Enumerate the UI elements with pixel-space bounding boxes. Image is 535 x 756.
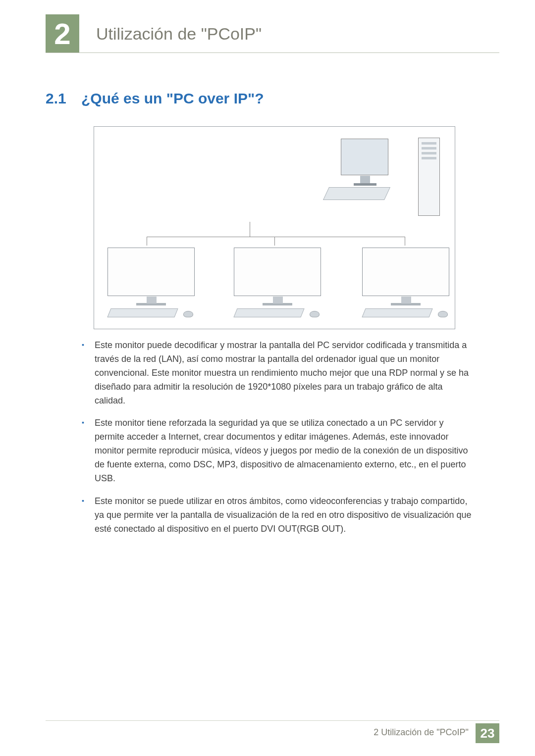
- server-tower-icon: [418, 138, 440, 216]
- client-terminal-icon: [230, 248, 324, 319]
- section-title: ¿Qué es un "PC over IP"?: [81, 90, 264, 107]
- client-mouse-icon: [183, 311, 193, 317]
- client-mouse-icon: [310, 311, 320, 317]
- client-mouse-icon: [438, 311, 448, 317]
- client-monitor-icon: [107, 248, 195, 296]
- network-line-icon: [274, 237, 275, 246]
- client-terminal-icon: [359, 248, 453, 319]
- server-keyboard-icon: [323, 187, 390, 200]
- network-line-icon: [405, 237, 405, 246]
- server-monitor-icon: [341, 139, 388, 175]
- chapter-title: Utilización de "PCoIP": [96, 24, 262, 44]
- client-terminal-icon: [104, 248, 198, 319]
- network-line-icon: [147, 237, 147, 246]
- footer-chapter-label: 2 Utilización de "PCoIP": [374, 723, 476, 743]
- network-line-icon: [147, 237, 405, 237]
- client-keyboard-icon: [107, 308, 178, 317]
- section-body: Este monitor puede decodificar y mostrar…: [82, 339, 473, 545]
- chapter-header: 2 Utilización de "PCoIP": [46, 14, 499, 53]
- list-item: Este monitor puede decodificar y mostrar…: [82, 339, 473, 407]
- chapter-number-badge: 2: [46, 14, 79, 53]
- footer-divider: [46, 720, 499, 721]
- section-heading: 2.1 ¿Qué es un "PC over IP"?: [46, 90, 264, 107]
- client-keyboard-icon: [362, 308, 432, 317]
- page-number: 23: [481, 726, 495, 741]
- pcoip-topology-diagram: [94, 126, 455, 329]
- list-item: Este monitor tiene reforzada la segurida…: [82, 416, 473, 485]
- client-monitor-icon: [234, 248, 321, 296]
- page-number-badge: 23: [476, 723, 499, 743]
- list-item: Este monitor se puede utilizar en otros …: [82, 495, 473, 536]
- page-footer: 2 Utilización de "PCoIP" 23: [46, 720, 499, 740]
- header-underline: [46, 52, 499, 53]
- network-line-icon: [250, 222, 250, 237]
- server-pc-icon: [341, 138, 440, 222]
- server-monitor-stand-icon: [354, 183, 376, 186]
- client-monitor-icon: [362, 248, 449, 296]
- section-number: 2.1: [46, 90, 81, 107]
- chapter-number: 2: [54, 17, 70, 51]
- client-keyboard-icon: [233, 308, 304, 317]
